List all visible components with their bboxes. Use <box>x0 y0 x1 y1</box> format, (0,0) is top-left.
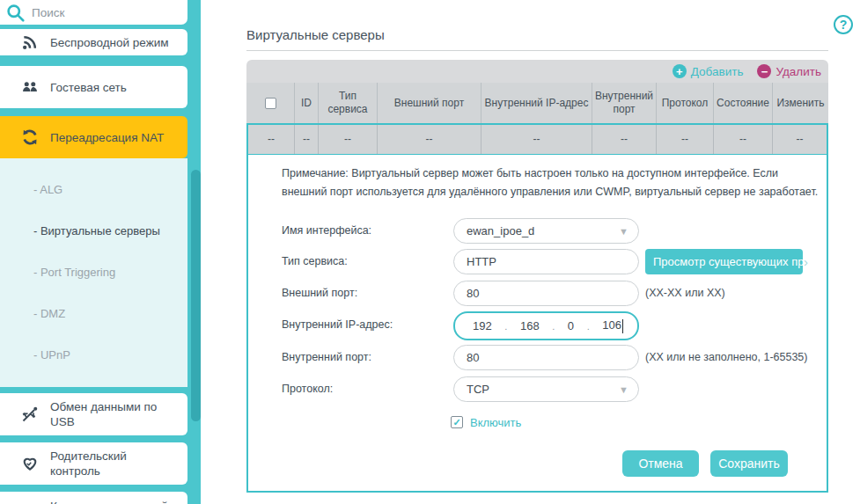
select-all-checkbox[interactable] <box>265 98 276 109</box>
submenu-item-alg[interactable]: - ALG <box>33 183 62 196</box>
header-cell: Внутренний порт <box>592 83 656 123</box>
interface-value: ewan_ipoe_d <box>467 224 534 237</box>
sidebar-item-bandwidth-control[interactable]: Контроль пропускной способности <box>0 492 187 504</box>
text-caret <box>622 319 623 333</box>
row-cell: -- <box>713 125 772 154</box>
nat-forwarding-icon <box>20 128 40 147</box>
ip-dot: . <box>587 321 590 332</box>
protocol-select[interactable]: TCP ▼ <box>453 376 639 402</box>
save-button[interactable]: Сохранить <box>710 450 788 477</box>
internal-port-hint: (XX или не заполнено, 1-65535) <box>645 351 808 363</box>
internal-ip-input[interactable]: 192 . 168 . 0 . 106 <box>453 311 639 340</box>
sidebar-item-guest-network[interactable]: Гостевая сеть <box>0 66 187 108</box>
enable-label[interactable]: Включить <box>470 416 521 429</box>
external-port-field <box>453 281 639 306</box>
help-icon[interactable]: ? <box>834 15 853 34</box>
nat-submenu: - ALG - Виртуальные серверы - Port Trigg… <box>0 158 187 387</box>
internal-port-input[interactable] <box>467 351 612 364</box>
row-cell: -- <box>772 125 827 154</box>
delete-button[interactable]: − Удалить <box>757 64 821 78</box>
internal-port-label: Внутренний порт: <box>282 351 371 363</box>
add-button[interactable]: + Добавить <box>673 64 744 78</box>
sidebar-item-label: Беспроводной режим <box>50 35 169 50</box>
table-toolbar: + Добавить − Удалить <box>246 60 828 83</box>
cancel-button[interactable]: Отмена <box>622 450 699 477</box>
title-divider <box>246 50 828 51</box>
service-type-field <box>453 249 639 274</box>
header-cell: Протокол <box>656 83 713 123</box>
row-cell: -- <box>248 125 294 154</box>
usb-icon <box>20 405 40 424</box>
protocol-value: TCP <box>467 383 489 396</box>
submenu-item-dmz[interactable]: - DMZ <box>33 307 65 320</box>
table-row: -- -- -- -- -- -- -- -- -- <box>246 123 828 156</box>
enable-checkbox[interactable]: ✓ <box>451 416 463 428</box>
wifi-icon <box>20 33 40 52</box>
sidebar-item-nat-forwarding[interactable]: Переадресация NAT <box>0 116 187 158</box>
internal-ip-label: Внутренний IP-адрес: <box>282 318 393 331</box>
parental-control-icon <box>20 454 40 473</box>
note-text: Примечание: Виртуальный сервер может быт… <box>282 164 820 201</box>
row-cell: -- <box>481 125 592 154</box>
external-port-hint: (XX-XX или XX) <box>645 287 725 299</box>
header-cell: Внутренний IP-адрес <box>481 83 592 123</box>
sidebar-item-label: Обмен данными по USB <box>50 399 182 429</box>
external-port-label: Внешний порт: <box>282 287 357 299</box>
row-cell: -- <box>592 125 656 154</box>
table-header-row: ID Тип сервиса Внешний порт Внутренний I… <box>246 83 828 123</box>
service-type-input[interactable] <box>467 255 612 268</box>
header-cell: Внешний порт <box>377 83 481 123</box>
search-box[interactable] <box>0 0 187 25</box>
protocol-label: Протокол: <box>282 383 333 395</box>
header-cell: Состояние <box>713 83 772 123</box>
ip-octet-1: 192 <box>473 319 492 332</box>
view-existing-apps-button[interactable]: Просмотр существующих приложений <box>645 249 803 274</box>
header-cell: ID <box>294 83 318 123</box>
external-port-input[interactable] <box>467 287 612 300</box>
ip-octet-4: 106 <box>602 318 623 333</box>
submenu-item-port-triggering[interactable]: - Port Triggering <box>33 266 115 279</box>
guest-network-icon <box>20 77 40 97</box>
ip-octet-3: 0 <box>568 319 574 332</box>
ip-dot: . <box>504 321 507 332</box>
bandwidth-icon <box>20 500 40 504</box>
plus-icon: + <box>673 64 687 78</box>
submenu-item-upnp[interactable]: - UPnP <box>33 348 70 362</box>
sidebar-scrollbar-thumb[interactable] <box>191 170 201 421</box>
row-cell: -- <box>656 125 713 154</box>
sidebar-item-label: Гостевая сеть <box>50 80 127 95</box>
header-cell-checkbox <box>246 83 294 123</box>
ip-dot: . <box>552 321 555 332</box>
interface-select[interactable]: ewan_ipoe_d ▼ <box>453 218 639 244</box>
submenu-item-virtual-servers[interactable]: - Виртуальные серверы <box>33 224 160 237</box>
page-title: Виртуальные серверы <box>246 27 385 42</box>
checkmark-icon: ✓ <box>452 417 460 428</box>
sidebar-item-label: Переадресация NAT <box>50 130 164 145</box>
ip-octet-2: 168 <box>520 319 540 332</box>
sidebar-item-label: Контроль пропускной способности <box>50 499 182 504</box>
row-cell: -- <box>294 125 318 154</box>
header-cell: Изменить <box>772 83 828 123</box>
internal-port-field <box>453 345 639 370</box>
virtual-servers-page: Беспроводной режим Гостевая сеть Переадр… <box>0 0 860 504</box>
add-button-label: Добавить <box>691 65 744 78</box>
row-cell: -- <box>318 125 377 154</box>
delete-button-label: Удалить <box>775 65 821 78</box>
minus-icon: − <box>757 64 771 78</box>
sidebar-item-parental-control[interactable]: Родительский контроль <box>0 442 187 485</box>
chevron-down-icon: ▼ <box>619 384 628 395</box>
search-input[interactable] <box>32 6 164 19</box>
sidebar-item-usb-sharing[interactable]: Обмен данными по USB <box>0 393 187 435</box>
clipped-chevron-icon: › <box>804 254 808 269</box>
sidebar-item-label: Родительский контроль <box>50 449 160 478</box>
service-type-label: Тип сервиса: <box>282 255 348 267</box>
interface-label: Имя интерфейса: <box>282 224 371 237</box>
header-cell: Тип сервиса <box>318 83 377 123</box>
sidebar-item-wireless[interactable]: Беспроводной режим <box>0 29 187 55</box>
search-icon <box>6 4 25 22</box>
help-glyph: ? <box>840 18 848 32</box>
chevron-down-icon: ▼ <box>619 226 628 237</box>
row-cell: -- <box>377 125 481 154</box>
